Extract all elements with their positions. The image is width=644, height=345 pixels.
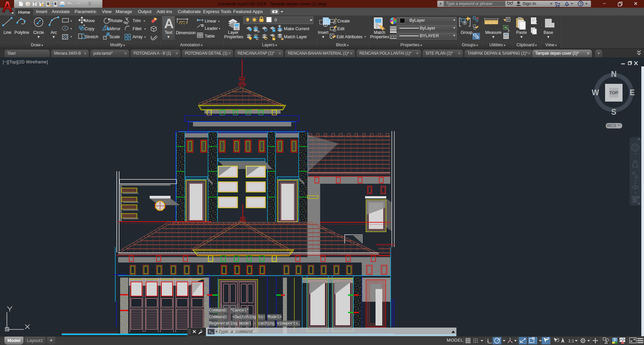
svg-text:Sign In: Sign In: [523, 1, 536, 6]
svg-text:S: S: [611, 108, 616, 116]
svg-text:!: !: [624, 342, 624, 344]
svg-text:WCS: WCS: [607, 123, 616, 128]
svg-text:TOP: TOP: [609, 90, 618, 95]
svg-text:W: W: [592, 88, 599, 97]
svg-text:N: N: [611, 70, 617, 78]
svg-text:E: E: [630, 88, 635, 97]
svg-text:A: A: [164, 16, 174, 31]
svg-text:?: ?: [580, 2, 582, 6]
svg-text:1:1: 1:1: [568, 338, 574, 343]
svg-text:0: 0: [275, 17, 277, 22]
svg-text:Type a keyword or phrase: Type a keyword or phrase: [446, 1, 492, 6]
